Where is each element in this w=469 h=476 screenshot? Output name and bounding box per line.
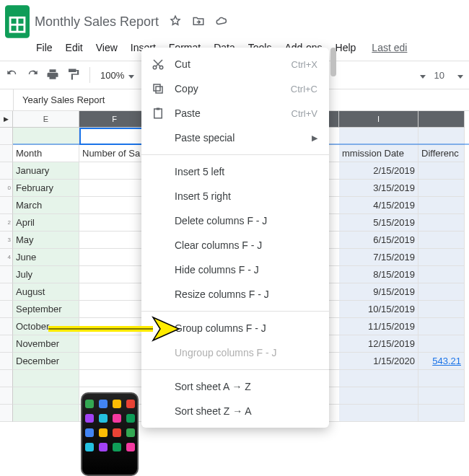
cell[interactable] [418,405,465,422]
ctx-insert-left[interactable]: Insert 5 left [141,159,329,184]
cell[interactable]: September [13,301,79,318]
cell[interactable] [339,405,418,422]
redo-icon[interactable] [26,68,39,83]
move-icon[interactable] [192,14,205,30]
cell[interactable] [79,214,150,232]
cell[interactable]: August [13,283,79,301]
menu-file[interactable]: File [36,42,53,53]
star-icon[interactable] [169,14,182,30]
cell[interactable]: 8/15/2019 [339,266,418,283]
zoom-select[interactable]: 100% [100,70,134,81]
cell[interactable] [13,370,79,387]
ctx-cut[interactable]: CutCtrl+X [141,52,329,76]
cell[interactable]: 543.21 [418,353,465,370]
row-number[interactable]: 3 [0,232,13,249]
cell[interactable] [418,387,465,405]
row-number[interactable] [0,162,13,180]
cell[interactable]: 7/15/2019 [339,249,418,266]
cell[interactable]: June [13,249,79,266]
cell[interactable] [13,128,79,145]
cell[interactable] [79,335,150,353]
col-header-f[interactable]: F [79,111,150,128]
cell[interactable]: December [13,353,79,370]
cell[interactable] [418,266,465,283]
ctx-insert-right[interactable]: Insert 5 right [141,184,329,208]
row-number[interactable] [0,405,13,422]
cell[interactable]: January [13,162,79,180]
ctx-paste-special[interactable]: Paste special▶ [141,125,329,150]
cell[interactable] [418,283,465,301]
cell[interactable] [418,128,465,145]
ctx-clear-cols[interactable]: Clear columns F - J [141,233,329,257]
row-number[interactable] [0,283,13,301]
row-number[interactable] [0,335,13,353]
cell[interactable] [418,249,465,266]
menu-edit[interactable]: Edit [66,42,83,53]
cell[interactable] [418,214,465,232]
menu-view[interactable]: View [96,42,118,53]
cell[interactable] [79,232,150,249]
cell[interactable]: 4/15/2019 [339,197,418,214]
cell[interactable] [418,232,465,249]
row-number[interactable]: 0 [0,180,13,197]
cell[interactable]: Number of Sa [79,145,150,162]
menu-help[interactable]: Help [336,42,356,53]
cell[interactable] [79,249,150,266]
menu-scrollbar[interactable] [330,48,336,76]
cell[interactable]: Differenc [418,145,465,162]
cell[interactable] [79,180,150,197]
cell[interactable]: 1/15/2020 [339,353,418,370]
cell[interactable] [418,197,465,214]
cell[interactable] [418,335,465,353]
paint-format-icon[interactable] [66,68,79,83]
row-number[interactable]: 4 [0,249,13,266]
row-number[interactable] [0,301,13,318]
cell[interactable]: October [13,318,79,335]
cell[interactable] [79,162,150,180]
cell[interactable] [79,301,150,318]
cell[interactable] [79,370,150,387]
cloud-icon[interactable] [215,14,228,30]
cell[interactable] [418,318,465,335]
last-edit-link[interactable]: Last edi [372,42,407,53]
row-number[interactable] [0,318,13,335]
cell[interactable] [418,370,465,387]
cell[interactable]: March [13,197,79,214]
cell[interactable] [339,387,418,405]
cell[interactable] [79,128,150,145]
cell[interactable] [13,387,79,405]
ctx-sort-za[interactable]: Sort sheet Z → A [141,399,329,423]
ctx-resize-cols[interactable]: Resize columns F - J [141,282,329,307]
cell[interactable] [79,266,150,283]
undo-icon[interactable] [6,68,19,83]
cell[interactable]: April [13,214,79,232]
cell[interactable]: 5/15/2019 [339,214,418,232]
row-number[interactable] [0,353,13,370]
select-all-corner[interactable]: ▶ [0,111,13,128]
toolbar-dropdown-2[interactable] [453,70,463,81]
ctx-group-cols[interactable]: Group columns F - J [141,316,329,340]
cell[interactable]: 3/15/2019 [339,180,418,197]
row-number[interactable] [0,370,13,387]
sheets-logo[interactable] [4,4,30,39]
cell[interactable] [79,283,150,301]
ctx-delete-cols[interactable]: Delete columns F - J [141,208,329,233]
cell[interactable]: May [13,232,79,249]
doc-title[interactable]: Monthly Sales Report [30,13,163,31]
ctx-copy[interactable]: CopyCtrl+C [141,76,329,101]
row-number[interactable] [0,128,13,145]
cell[interactable]: mmission Date [339,145,418,162]
cell[interactable]: February [13,180,79,197]
cell[interactable]: 12/15/2019 [339,335,418,353]
ctx-hide-cols[interactable]: Hide columns F - J [141,257,329,282]
col-header-j[interactable] [418,111,465,128]
cell[interactable] [418,180,465,197]
cell[interactable]: 10/15/2019 [339,301,418,318]
cell[interactable] [79,318,150,335]
cell[interactable]: November [13,335,79,353]
ctx-paste[interactable]: PasteCtrl+V [141,101,329,125]
cell[interactable] [418,162,465,180]
col-header-e[interactable]: E [13,111,79,128]
cell[interactable]: 9/15/2019 [339,283,418,301]
font-size-select[interactable]: 10 [434,70,444,81]
